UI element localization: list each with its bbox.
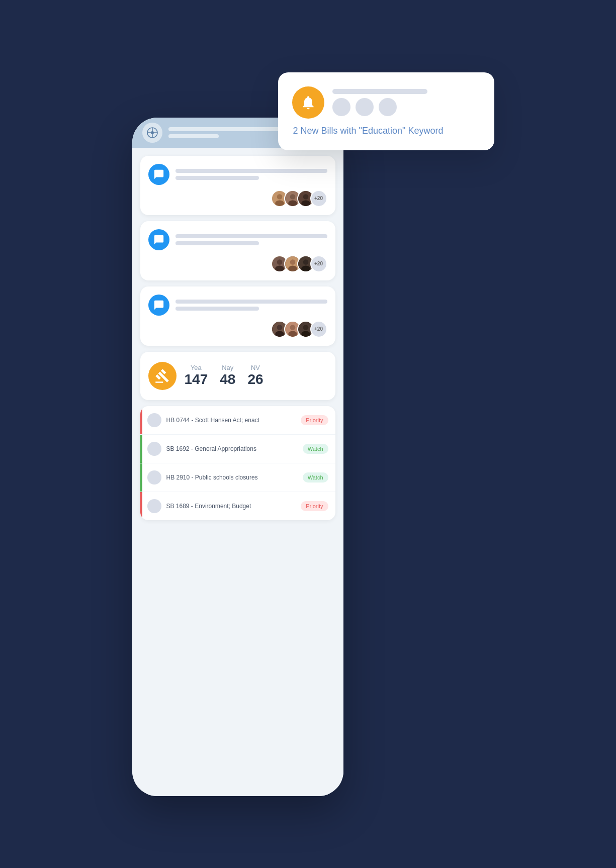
msg-line-2a — [175, 234, 327, 238]
message-icon-1 — [148, 164, 169, 185]
vote-yea: Yea 147 — [185, 364, 208, 388]
avatar-group-1: +20 — [271, 190, 327, 207]
svg-point-14 — [277, 259, 282, 265]
svg-point-8 — [290, 194, 295, 200]
notif-circle-3 — [379, 98, 397, 116]
avatar-more-1: +20 — [310, 190, 327, 207]
notif-line-1 — [332, 89, 428, 94]
chat-icon-3 — [153, 300, 164, 311]
svg-point-26 — [290, 325, 295, 330]
notification-card: 2 New Bills with "Education" Keyword — [278, 72, 494, 150]
bill-indicator-3 — [140, 463, 142, 492]
bill-badge-3: Watch — [303, 472, 328, 483]
bill-avatar-2 — [147, 442, 161, 456]
vote-nay: Nay 48 — [220, 364, 235, 388]
message-top-2 — [148, 229, 327, 250]
phone-content: +20 — [132, 148, 343, 796]
bill-name-1: HB 0744 - Scott Hansen Act; enact — [166, 417, 296, 424]
bill-avatar-3 — [147, 470, 161, 485]
message-avatars-2: +20 — [148, 255, 327, 272]
msg-line-3b — [175, 307, 259, 311]
bell-svg — [300, 94, 316, 111]
message-lines-3 — [175, 300, 327, 311]
message-avatars-3: +20 — [148, 321, 327, 338]
phone: +20 — [132, 118, 343, 796]
msg-line-1b — [175, 176, 259, 180]
phone-logo — [142, 123, 162, 143]
bill-name-2: SB 1692 - General Appropriations — [166, 445, 298, 452]
msg-line-3a — [175, 300, 327, 304]
vote-nv: NV 26 — [247, 364, 263, 388]
notif-circle-2 — [356, 98, 374, 116]
vote-stats: Yea 147 Nay 48 NV 26 — [185, 364, 263, 388]
bill-badge-1: Priority — [301, 415, 328, 425]
msg-line-2b — [175, 241, 259, 245]
message-lines-1 — [175, 169, 327, 180]
yea-label: Yea — [191, 364, 202, 371]
bill-avatar-4 — [147, 499, 161, 513]
avatar-group-2: +20 — [271, 255, 327, 272]
chat-icon-1 — [153, 169, 164, 180]
svg-point-20 — [303, 259, 308, 265]
message-lines-2 — [175, 234, 327, 245]
msg-line-1a — [175, 169, 327, 173]
logo-icon — [146, 127, 158, 139]
message-top-3 — [148, 295, 327, 316]
message-card-2[interactable]: +20 — [140, 221, 335, 280]
scene: 2 New Bills with "Education" Keyword — [132, 57, 484, 811]
chat-icon-2 — [153, 234, 164, 245]
notif-circles — [332, 98, 479, 116]
svg-point-17 — [290, 259, 295, 265]
yea-value: 147 — [185, 371, 208, 388]
nv-value: 26 — [247, 371, 263, 388]
message-card-1[interactable]: +20 — [140, 156, 335, 215]
bill-row-4[interactable]: SB 1689 - Environment; Budget Priority — [140, 492, 335, 520]
avatar-more-3: +20 — [310, 321, 327, 338]
bill-badge-4: Priority — [301, 501, 328, 511]
bill-indicator-2 — [140, 435, 142, 463]
message-card-3[interactable]: +20 — [140, 286, 335, 346]
bell-icon — [292, 86, 324, 119]
nv-label: NV — [251, 364, 260, 371]
phone-top-lines — [168, 127, 295, 138]
bills-card: HB 0744 - Scott Hansen Act; enact Priori… — [140, 406, 335, 520]
notif-circle-1 — [332, 98, 350, 116]
avatar-group-3: +20 — [271, 321, 327, 338]
message-avatars-1: +20 — [148, 190, 327, 207]
vote-card: Yea 147 Nay 48 NV 26 — [140, 352, 335, 400]
bill-badge-2: Watch — [303, 444, 328, 454]
top-line-long — [168, 127, 295, 131]
top-line-short — [168, 134, 219, 138]
bill-row-3[interactable]: HB 2910 - Public schools closures Watch — [140, 463, 335, 492]
nay-label: Nay — [222, 364, 233, 371]
svg-point-23 — [277, 325, 282, 330]
vote-icon — [148, 362, 177, 390]
svg-point-11 — [303, 194, 308, 200]
notification-text: 2 New Bills with "Education" Keyword — [292, 126, 479, 136]
svg-point-29 — [303, 325, 308, 330]
bill-avatar-1 — [147, 413, 161, 427]
bill-indicator-4 — [140, 492, 142, 520]
bill-row-2[interactable]: SB 1692 - General Appropriations Watch — [140, 435, 335, 463]
svg-point-5 — [277, 194, 282, 200]
nay-value: 48 — [220, 371, 235, 388]
message-icon-2 — [148, 229, 169, 250]
message-top-1 — [148, 164, 327, 185]
bill-row-1[interactable]: HB 0744 - Scott Hansen Act; enact Priori… — [140, 406, 335, 435]
notification-header — [292, 86, 479, 119]
bill-indicator-1 — [140, 406, 142, 434]
bill-name-3: HB 2910 - Public schools closures — [166, 474, 298, 481]
message-icon-3 — [148, 295, 169, 316]
avatar-more-2: +20 — [310, 255, 327, 272]
bill-name-4: SB 1689 - Environment; Budget — [166, 503, 296, 510]
notification-lines — [332, 89, 479, 116]
gavel-icon — [155, 368, 170, 383]
